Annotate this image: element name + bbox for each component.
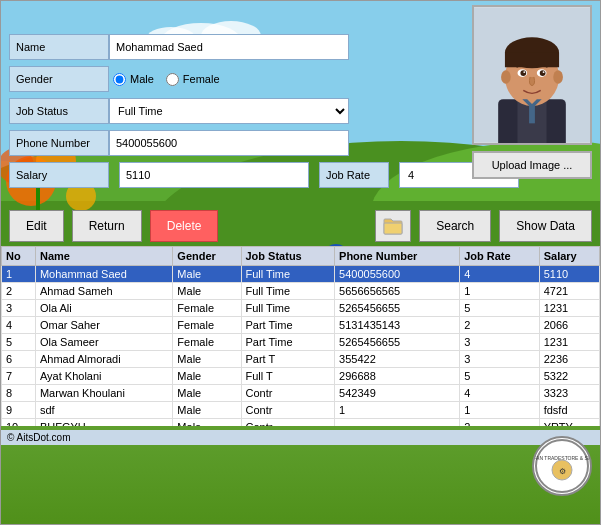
svg-point-25 xyxy=(553,70,563,84)
job-status-select[interactable]: Full Time Part Time Contract xyxy=(109,98,349,124)
col-salary: Salary xyxy=(539,247,599,266)
svg-rect-23 xyxy=(505,53,559,67)
table-row[interactable]: 2Ahmad SamehMaleFull Time565665656514721 xyxy=(2,283,600,300)
col-phone: Phone Number xyxy=(335,247,460,266)
gender-female-radio[interactable] xyxy=(166,73,179,86)
table-row[interactable]: 4Omar SaherFemalePart Time51314351432206… xyxy=(2,317,600,334)
table-cell: 4 xyxy=(460,385,540,402)
table-cell: Full Time xyxy=(241,300,335,317)
table-cell: 542349 xyxy=(335,385,460,402)
table-cell: Ola Ali xyxy=(35,300,172,317)
table-cell: Female xyxy=(173,300,241,317)
bottom-logo: ABDULMAFAN TRADESTORE & SAFES RIFAI ⚙ xyxy=(532,436,592,496)
table-row[interactable]: 3Ola AliFemaleFull Time526545665551231 xyxy=(2,300,600,317)
table-cell: 4 xyxy=(2,317,36,334)
table-cell: fdsfd xyxy=(539,402,599,419)
table-cell: Male xyxy=(173,351,241,368)
col-name: Name xyxy=(35,247,172,266)
phone-label: Phone Number xyxy=(9,130,109,156)
table-cell: Male xyxy=(173,283,241,300)
table-row[interactable]: 1Mohammad SaedMaleFull Time5400055600451… xyxy=(2,266,600,283)
phone-input[interactable] xyxy=(109,130,349,156)
table-cell: Marwan Khoulani xyxy=(35,385,172,402)
table-row[interactable]: 7Ayat KholaniMaleFull T29668855322 xyxy=(2,368,600,385)
svg-point-24 xyxy=(501,70,511,84)
table-cell: 5 xyxy=(460,368,540,385)
table-cell: 1 xyxy=(2,266,36,283)
table-cell: YRTY xyxy=(539,419,599,427)
gender-male-option[interactable]: Male xyxy=(113,73,154,86)
data-table-container[interactable]: No Name Gender Job Status Phone Number J… xyxy=(1,246,600,426)
right-panel: Upload Image ... xyxy=(472,5,592,179)
table-cell: 5265456655 xyxy=(335,300,460,317)
table-cell: Ahmad Almoradi xyxy=(35,351,172,368)
table-cell: 7 xyxy=(2,368,36,385)
table-cell: 9 xyxy=(2,402,36,419)
table-row[interactable]: 5Ola SameerFemalePart Time52654566553123… xyxy=(2,334,600,351)
table-cell: 8 xyxy=(2,385,36,402)
table-row[interactable]: 8Marwan KhoulaniMaleContr54234943323 xyxy=(2,385,600,402)
table-cell: 2236 xyxy=(539,351,599,368)
folder-icon xyxy=(383,217,403,235)
delete-button[interactable]: Delete xyxy=(150,210,219,242)
return-button[interactable]: Return xyxy=(72,210,142,242)
table-cell: Full Time xyxy=(241,283,335,300)
table-cell: Contr xyxy=(241,385,335,402)
table-cell: Part Time xyxy=(241,317,335,334)
table-cell: Full Time xyxy=(241,266,335,283)
table-cell: 1231 xyxy=(539,334,599,351)
table-cell: BHFGYH xyxy=(35,419,172,427)
show-data-button[interactable]: Show Data xyxy=(499,210,592,242)
table-cell: 2 xyxy=(460,317,540,334)
table-cell: Male xyxy=(173,385,241,402)
table-cell: Part T xyxy=(241,351,335,368)
gender-male-radio[interactable] xyxy=(113,73,126,86)
name-input[interactable] xyxy=(109,34,349,60)
table-cell: 10 xyxy=(2,419,36,427)
search-button[interactable]: Search xyxy=(419,210,491,242)
table-cell: Part Time xyxy=(241,334,335,351)
table-cell: 1231 xyxy=(539,300,599,317)
main-window: Employee Form ✕ xyxy=(0,0,601,525)
table-cell: 4 xyxy=(460,266,540,283)
table-cell: Female xyxy=(173,317,241,334)
svg-rect-33 xyxy=(529,104,535,123)
edit-button[interactable]: Edit xyxy=(9,210,64,242)
table-cell: 5 xyxy=(2,334,36,351)
upload-button[interactable]: Upload Image ... xyxy=(472,151,592,179)
employee-table: No Name Gender Job Status Phone Number J… xyxy=(1,246,600,426)
table-cell: 1 xyxy=(335,402,460,419)
table-cell: 1 xyxy=(460,402,540,419)
table-row[interactable]: 10BHFGYHMaleContr2YRTY xyxy=(2,419,600,427)
table-cell: 5400055600 xyxy=(335,266,460,283)
table-row[interactable]: 6Ahmad AlmoradiMalePart T35542232236 xyxy=(2,351,600,368)
table-cell: Contr xyxy=(241,402,335,419)
svg-point-31 xyxy=(543,71,545,73)
salary-input[interactable] xyxy=(119,162,309,188)
folder-button[interactable] xyxy=(375,210,411,242)
table-cell: Male xyxy=(173,402,241,419)
table-cell: 5322 xyxy=(539,368,599,385)
name-label: Name xyxy=(9,34,109,60)
table-cell: Male xyxy=(173,419,241,427)
table-cell: 2066 xyxy=(539,317,599,334)
svg-text:⚙: ⚙ xyxy=(559,467,566,476)
svg-point-28 xyxy=(520,70,526,76)
col-job-status: Job Status xyxy=(241,247,335,266)
table-cell: Male xyxy=(173,266,241,283)
logo-seal: ABDULMAFAN TRADESTORE & SAFES RIFAI ⚙ xyxy=(534,438,590,494)
table-cell: 3323 xyxy=(539,385,599,402)
job-status-label: Job Status xyxy=(9,98,109,124)
table-cell: Ola Sameer xyxy=(35,334,172,351)
table-cell: Full T xyxy=(241,368,335,385)
col-gender: Gender xyxy=(173,247,241,266)
table-cell: 2 xyxy=(460,419,540,427)
table-cell: 6 xyxy=(2,351,36,368)
table-cell: 2 xyxy=(2,283,36,300)
gender-female-label: Female xyxy=(183,73,220,85)
gender-female-option[interactable]: Female xyxy=(166,73,220,86)
table-cell: 3 xyxy=(460,351,540,368)
table-cell: 4721 xyxy=(539,283,599,300)
table-row[interactable]: 9sdfMaleContr11fdsfd xyxy=(2,402,600,419)
gender-male-label: Male xyxy=(130,73,154,85)
